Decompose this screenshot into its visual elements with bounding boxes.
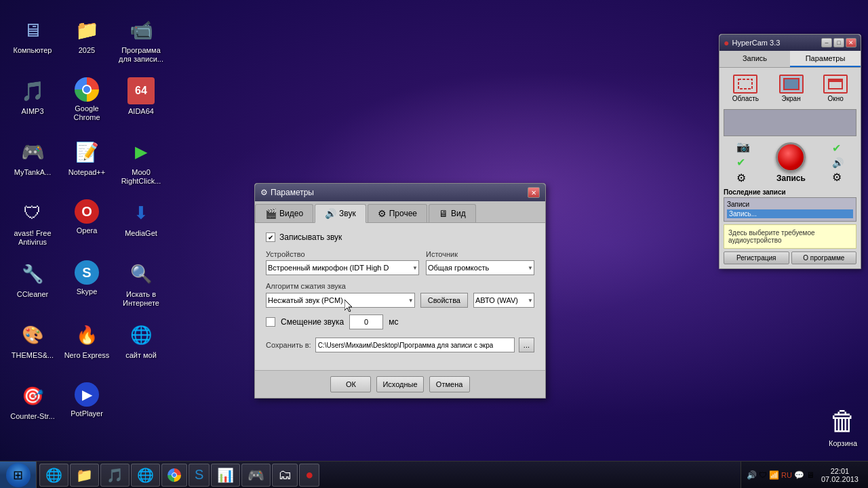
desktop-icon-nero[interactable]: 🔥 Nero Express [60,316,114,377]
svg-rect-0 [738,79,752,89]
params-titlebar: ⚙ Параметры ✕ [255,184,545,201]
desktop-icon-mediaget[interactable]: ⬇ MediaGet [114,194,168,255]
source-select-wrapper: Общая громкость ▼ [426,260,534,275]
device-source-row: Устройство Встроенный микрофон (IDT High… [266,250,534,275]
tab-other[interactable]: ⚙ Прочее [368,204,427,222]
desktop-icons: 🖥 Компьютер 📁 2025 📹 Программа для запис… [0,5,174,443]
algo-label-row: Алгоритм сжатия звука [266,282,534,290]
desktop-icon-moo[interactable]: ▶ Moo0 RightClick... [114,133,168,194]
speaker-icon: 🔊 [832,157,844,168]
clock-date: 07.02.2013 [821,475,859,483]
offset-unit: мс [389,317,398,327]
desktop-icon-mytank[interactable]: 🎮 MyTankA... [5,133,60,194]
aida-label: AIDA64 [128,107,154,116]
tab-other-label: Прочее [389,209,417,218]
wav-select[interactable]: АВТО (WAV) [473,293,534,308]
offset-row: Смещение звука мс [266,314,534,329]
maximize-button[interactable]: □ [833,38,844,47]
aida-icon: 64 [127,77,155,104]
desktop-icon-program[interactable]: 📹 Программа для записи... [114,11,168,72]
start-orb-icon: ⊞ [6,463,31,487]
minimize-button[interactable]: – [821,38,832,47]
ok-button[interactable]: ОК [330,376,371,392]
desktop-icon-aimp[interactable]: 🎵 AIMP3 [5,72,60,133]
params-close-button[interactable]: ✕ [528,187,540,198]
taskbar-game-btn[interactable]: 🎮 [241,464,271,487]
tab-view-label: Вид [451,209,466,218]
algo-select[interactable]: Несжатый звук (PCM) [266,293,415,308]
desktop-icon-site[interactable]: 🌐 сайт мой [114,316,168,377]
tab-sound-label: Звук [339,209,356,218]
taskbar-media-btn[interactable]: 🎵 [100,464,130,487]
gear2-icon[interactable]: ⚙ [832,171,844,184]
browse-button[interactable]: ... [519,338,534,352]
tab-view[interactable]: 🖥 Вид [429,204,476,222]
capture-area-btn[interactable]: Область [728,72,763,105]
taskbar-browser2-btn[interactable]: 🌐 [131,464,160,487]
desktop-icon-potplayer[interactable]: ▶ PotPlayer [60,377,114,438]
potplayer-icon: ▶ [75,382,99,407]
avast-icon: 🛡 [19,199,46,226]
algo-label: Алгоритм сжатия звука [266,282,534,290]
record-sound-checkbox[interactable]: ✔ [266,232,275,242]
desktop-icon-2025[interactable]: 📁 2025 [60,11,114,72]
site-icon: 🌐 [127,321,155,348]
device-select[interactable]: Встроенный микрофон (IDT High D [266,260,419,275]
desktop-icon-notepad[interactable]: 📝 Notepad++ [60,133,114,194]
tray-icon-3: 📶 [769,470,779,480]
chrome-label: Google Chrome [62,104,111,122]
themes-icon: 🎨 [19,321,46,348]
defaults-button[interactable]: Исходные [376,376,423,392]
about-button[interactable]: О программе [791,251,857,264]
desktop-icon-counterstr[interactable]: 🎯 Counter-Str... [5,377,60,438]
taskbar-chrome-btn[interactable] [161,464,187,487]
registration-button[interactable]: Регистрация [724,251,789,264]
taskbar-folder2-btn[interactable]: 🗂 [272,464,298,487]
recycle-bin-icon[interactable]: 🗑 Корзина [829,406,857,447]
taskbar-tray: 🔊 🛡 📶 RU 💬 🖥 22:01 07.02.2013 [741,462,868,489]
cancel-button[interactable]: Отмена [429,376,470,392]
taskbar-ie-btn[interactable]: 🌐 [39,464,68,487]
source-select[interactable]: Общая громкость [426,260,534,275]
moo-icon: ▶ [127,138,155,165]
tab-params[interactable]: Параметры [790,51,861,67]
desktop-icon-avast[interactable]: 🛡 avast! Free Antivirus [5,194,60,255]
capture-screen-btn[interactable]: Экран [775,72,808,105]
recordings-item[interactable]: Запись... [727,209,853,218]
tab-video[interactable]: 🎬 Видео [255,204,313,222]
close-button[interactable]: ✕ [846,38,856,47]
offset-checkbox[interactable] [266,317,275,327]
record-sound-label: Записывать звук [279,232,342,242]
search-icon: 🔍 [127,260,155,287]
tab-record[interactable]: Запись [719,51,790,67]
taskbar-explorer-btn[interactable]: 📁 [70,464,99,487]
props-button[interactable]: Свойства [420,293,468,308]
notepad-icon: 📝 [73,138,100,165]
desktop-icon-computer[interactable]: 🖥 Компьютер [5,11,60,72]
tab-sound[interactable]: 🔊 Звук [315,204,366,223]
desktop-icon-aida64[interactable]: 64 AIDA64 [114,72,168,133]
camera-icon[interactable]: 📷 [736,140,750,153]
desktop-icon-skype[interactable]: S Skype [60,255,114,316]
taskbar-app1-btn[interactable]: 📊 [211,464,240,487]
desktop-icon-opera[interactable]: O Opera [60,194,114,255]
gear-icon[interactable]: ⚙ [736,171,750,184]
algo-select-wrapper: Несжатый звук (PCM) ▼ [266,293,415,308]
start-button[interactable]: ⊞ [0,462,37,489]
taskbar-record-btn[interactable]: ● [299,464,319,487]
offset-input[interactable] [349,314,383,329]
desktop-icon-ccleaner[interactable]: 🔧 CCleaner [5,255,60,316]
recycle-bin-img: 🗑 [829,406,856,436]
record-button[interactable] [776,142,806,172]
desktop-icon-themes[interactable]: 🎨 THEMES&... [5,316,60,377]
device-group: Устройство Встроенный микрофон (IDT High… [266,250,419,275]
record-sound-row: ✔ Записывать звук [266,232,534,242]
area-label: Область [732,95,759,102]
desktop-icon-chrome[interactable]: Google Chrome [60,72,114,133]
clock[interactable]: 22:01 07.02.2013 [817,467,863,483]
desktop-icon-search[interactable]: 🔍 Искать в Интернете [114,255,168,316]
taskbar-skype-btn[interactable]: S [189,464,210,487]
counterstr-icon: 🎯 [19,382,46,409]
save-path-field: C:\Users\Михаим\Desktop\Программа для за… [315,338,515,352]
capture-window-btn[interactable]: Окно [819,72,852,105]
